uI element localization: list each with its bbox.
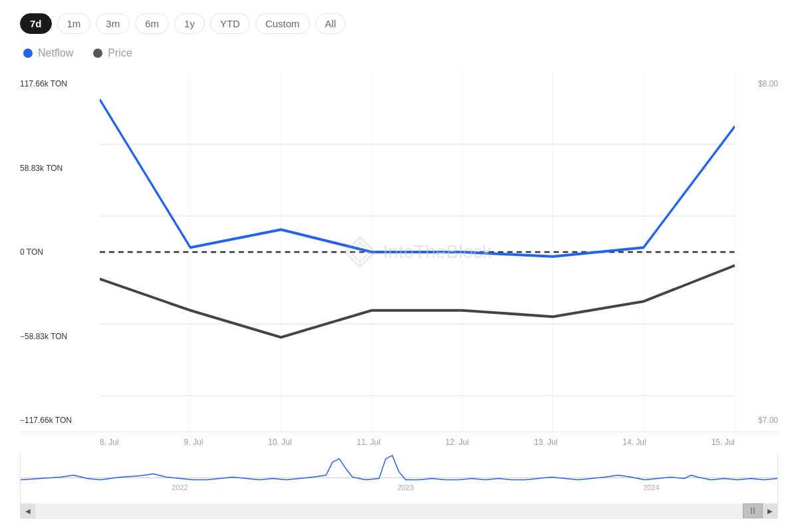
x-label-7: 14. Jul <box>622 438 646 447</box>
scroll-left-button[interactable]: ◀ <box>21 503 35 518</box>
mini-netflow-line <box>21 456 777 480</box>
time-btn-1m[interactable]: 1m <box>57 13 91 34</box>
mini-chart-inner: 2022 2023 2024 <box>21 452 777 503</box>
time-btn-all[interactable]: All <box>315 13 346 34</box>
chart-legend: Netflow Price <box>20 47 778 59</box>
x-label-4: 11. Jul <box>357 438 380 447</box>
legend-price: Price <box>93 47 132 59</box>
x-label-5: 12. Jul <box>446 438 469 447</box>
y-axis-right: $8.00 $7.00 <box>738 72 778 432</box>
grip-line-1 <box>751 507 752 514</box>
main-chart-svg <box>100 72 735 432</box>
time-range-selector: 7d1m3m6m1yYTDCustomAll <box>20 13 778 34</box>
mini-chart-svg: 2022 2023 2024 <box>21 452 777 503</box>
time-btn-ytd[interactable]: YTD <box>210 13 250 34</box>
x-label-8: 15. Jul <box>712 438 735 447</box>
scroll-track[interactable] <box>35 503 763 518</box>
time-btn-1y[interactable]: 1y <box>174 13 205 34</box>
y-label-zero: 0 TON <box>20 247 100 257</box>
chart-svg-container: IntoTheBlock <box>100 72 735 432</box>
netflow-line <box>100 100 735 257</box>
scroll-right-button[interactable]: ▶ <box>763 503 777 518</box>
y-right-bottom: $7.00 <box>758 416 778 425</box>
legend-netflow: Netflow <box>23 47 73 59</box>
price-dot <box>93 49 102 58</box>
time-btn-7d[interactable]: 7d <box>20 13 52 34</box>
scroll-bar: ◀ ▶ <box>21 503 777 518</box>
svg-text:2022: 2022 <box>172 483 188 491</box>
time-btn-custom[interactable]: Custom <box>255 13 310 34</box>
x-label-6: 13. Jul <box>534 438 557 447</box>
main-chart: 117.66k TON 58.83k TON 0 TON −58.83k TON… <box>20 72 778 432</box>
y-label-2: 58.83k TON <box>20 164 100 173</box>
netflow-label: Netflow <box>38 47 73 59</box>
x-label-2: 9. Jul <box>184 438 203 447</box>
scroll-thumb[interactable] <box>743 503 763 518</box>
svg-text:2024: 2024 <box>643 483 659 491</box>
x-label-1: 8. Jul <box>100 438 119 447</box>
y-right-top: $8.00 <box>758 79 778 88</box>
scroll-thumb-grip <box>751 507 755 514</box>
price-label: Price <box>108 47 132 59</box>
svg-text:2023: 2023 <box>398 483 414 491</box>
time-btn-3m[interactable]: 3m <box>96 13 130 34</box>
y-axis-left: 117.66k TON 58.83k TON 0 TON −58.83k TON… <box>20 72 100 432</box>
chart-area: 117.66k TON 58.83k TON 0 TON −58.83k TON… <box>20 72 778 519</box>
time-btn-6m[interactable]: 6m <box>135 13 169 34</box>
x-label-3: 10. Jul <box>268 438 291 447</box>
y-label-4: −58.83k TON <box>20 332 100 341</box>
y-label-top: 117.66k TON <box>20 79 100 88</box>
mini-chart-wrapper: 2022 2023 2024 ◀ ▶ <box>20 452 778 519</box>
netflow-dot <box>23 49 33 58</box>
grip-line-2 <box>753 507 755 514</box>
x-axis: 8. Jul 9. Jul 10. Jul 11. Jul 12. Jul 13… <box>20 432 778 452</box>
price-line <box>100 265 735 337</box>
y-label-bottom: −117.66k TON <box>20 416 100 425</box>
